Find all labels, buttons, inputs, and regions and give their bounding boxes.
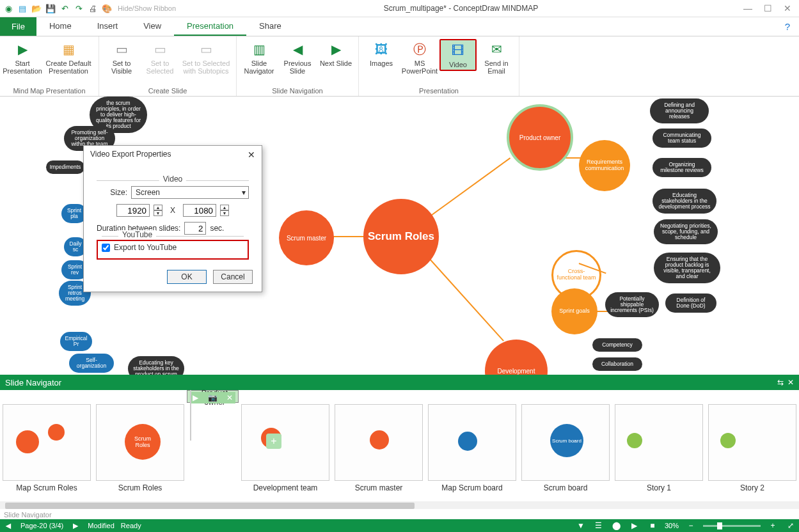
next-slide-button[interactable]: ▶Next Slide <box>317 39 354 67</box>
camera-icon[interactable]: 📷 <box>208 393 218 402</box>
zoom-in-icon[interactable]: + <box>767 520 779 531</box>
ms-powerpoint-button[interactable]: ⓅMS PowerPoint <box>401 39 438 75</box>
height-input[interactable] <box>183 204 216 217</box>
slide-thumb[interactable]: Map Scrum Roles <box>0 390 93 501</box>
slide-navigator-body[interactable]: Map Scrum Roles ScrumRoles Scrum Roles ▶… <box>0 390 799 501</box>
tab-share[interactable]: Share <box>246 17 294 36</box>
node-org-reviews[interactable]: Organizing milestone reviews <box>653 158 711 177</box>
stop-icon[interactable]: ■ <box>647 520 658 531</box>
node-edu-key[interactable]: Educating key stakeholders in the produc… <box>128 356 184 375</box>
status-bar: ◄ Page-20 (3/4) ► Modified Ready ▼ ☰ ⬤ ▶… <box>0 519 799 532</box>
minimize-icon[interactable]: — <box>743 3 752 13</box>
next-page-icon[interactable]: ► <box>70 520 81 531</box>
create-default-presentation-button[interactable]: ▦Create Default Presentation <box>42 39 95 75</box>
slide-thumb[interactable]: Story 1 <box>612 390 706 501</box>
export-youtube-checkbox[interactable] <box>102 244 110 252</box>
node-dod[interactable]: Definition of Done (DoD) <box>665 293 716 313</box>
size-select[interactable]: Screen ▾ <box>131 186 249 199</box>
size-label: Size: <box>97 188 127 197</box>
prev-page-icon[interactable]: ◄ <box>3 520 14 531</box>
hide-show-ribbon[interactable]: Hide/Show Ribbon <box>118 4 176 12</box>
redo-icon[interactable]: ↷ <box>73 3 84 14</box>
node-negotiating[interactable]: Negotiating priorities, scope, funding, … <box>654 219 718 244</box>
play-status-icon[interactable]: ▶ <box>629 520 640 531</box>
tab-home[interactable]: Home <box>36 17 84 36</box>
previous-slide-button[interactable]: ◀Previous Slide <box>279 39 316 75</box>
node-product-owner[interactable]: Product owner <box>507 104 573 171</box>
slide-thumb[interactable]: Scrum board Scrum board <box>519 390 612 501</box>
youtube-legend: YouTube <box>118 230 156 239</box>
zoom-out-icon[interactable]: − <box>685 520 697 531</box>
record-icon[interactable]: ⬤ <box>611 520 622 531</box>
width-input[interactable] <box>116 204 150 217</box>
tab-view[interactable]: View <box>131 17 174 36</box>
slide-navigator-footer: Slide Navigator <box>0 509 799 520</box>
node-edu-stake[interactable]: Educating stakeholders in the developmen… <box>653 189 716 214</box>
help-icon[interactable]: ? <box>785 21 790 32</box>
panel-close-icon[interactable]: ✕ <box>787 378 794 387</box>
set-to-selected-button: ▭Set to Selected <box>141 39 178 75</box>
zoom-slider[interactable] <box>703 525 761 527</box>
duration-input[interactable] <box>184 222 206 235</box>
node-scrum-master[interactable]: Scrum master <box>279 210 334 265</box>
filter-icon[interactable]: ▼ <box>575 520 587 531</box>
width-spinner[interactable]: ▲▼ <box>154 205 162 216</box>
maximize-icon[interactable]: ☐ <box>764 3 772 13</box>
slide-thumb-selected[interactable]: ▶📷✕ Product owner <box>187 390 239 403</box>
play-icon[interactable]: ▶ <box>193 393 198 402</box>
slide-thumb[interactable]: Development team <box>239 390 332 501</box>
node-req-comm[interactable]: Requirements communication <box>579 140 630 191</box>
images-button[interactable]: 🖼Images <box>363 39 400 67</box>
group-createslide: Create Slide <box>103 86 232 95</box>
cancel-button[interactable]: Cancel <box>213 270 253 284</box>
node-sprint-goals[interactable]: Sprint goals <box>551 288 597 334</box>
set-to-selected-subtopics-button: ▭Set to Selected with Subtopics <box>180 39 232 75</box>
video-export-dialog: Video Export Properties ✕ Video Size: Sc… <box>83 145 262 292</box>
fit-icon[interactable]: ⤢ <box>785 520 796 531</box>
link-icon[interactable]: ☰ <box>593 520 605 531</box>
video-button[interactable]: 🎞Video <box>439 39 477 71</box>
remove-slide-icon[interactable]: ✕ <box>226 393 233 402</box>
node-comm-status[interactable]: Communicating team status <box>653 129 711 148</box>
add-slide-button[interactable]: + <box>266 434 281 449</box>
set-to-visible-button[interactable]: ▭Set to Visible <box>103 39 140 75</box>
page-indicator: Page-20 (3/4) <box>20 522 63 529</box>
pin-icon[interactable]: ⇆ <box>777 378 784 387</box>
status-modified: Modified <box>88 522 115 529</box>
tab-presentation[interactable]: Presentation <box>174 17 246 36</box>
node-ensuring[interactable]: Ensuring that the product backlog is vis… <box>654 253 720 283</box>
new-icon[interactable]: ▤ <box>17 3 28 14</box>
save-icon[interactable]: 💾 <box>45 3 56 14</box>
status-ready: Ready <box>121 522 141 529</box>
x-label: X <box>170 206 175 215</box>
open-icon[interactable]: 📂 <box>31 3 42 14</box>
slide-thumb[interactable]: Map Scrum board <box>425 390 519 501</box>
send-email-button[interactable]: ✉Send in Email <box>478 39 515 75</box>
node-psi[interactable]: Potentially shippable increments (PSIs) <box>605 292 659 317</box>
video-legend: Video <box>159 175 186 184</box>
node-development[interactable]: Development <box>485 340 548 375</box>
dialog-close-icon[interactable]: ✕ <box>248 150 255 160</box>
slide-thumb[interactable]: Scrum master <box>332 390 425 501</box>
tab-insert[interactable]: Insert <box>84 17 131 36</box>
node-collaboration[interactable]: Collaboration <box>592 357 642 371</box>
node-impediments[interactable]: Impediments <box>46 160 84 174</box>
slide-thumb[interactable]: Story 2 <box>706 390 799 501</box>
node-empirical[interactable]: Empirical Pr <box>60 332 92 351</box>
node-competency[interactable]: Competency <box>592 338 642 352</box>
undo-icon[interactable]: ↶ <box>59 3 70 14</box>
slide-navigator-button[interactable]: ▥Slide Navigator <box>241 39 278 75</box>
slide-navigator-header: Slide Navigator ⇆ ✕ <box>0 375 799 390</box>
close-icon[interactable]: ✕ <box>784 3 791 13</box>
node-defining[interactable]: Defining and announcing releases <box>650 98 709 123</box>
height-spinner[interactable]: ▲▼ <box>220 205 229 216</box>
node-self-org[interactable]: Self-organization <box>69 354 114 373</box>
slide-thumb[interactable]: ScrumRoles Scrum Roles <box>93 390 187 501</box>
ok-button[interactable]: OK <box>167 270 207 284</box>
theme-icon[interactable]: 🎨 <box>101 3 113 14</box>
chevron-down-icon: ▾ <box>242 188 246 197</box>
print-icon[interactable]: 🖨 <box>87 3 99 14</box>
tab-file[interactable]: File <box>0 17 36 36</box>
start-presentation-button[interactable]: ▶Start Presentation <box>4 39 41 75</box>
node-scrum-roles[interactable]: Scrum Roles <box>363 199 439 274</box>
